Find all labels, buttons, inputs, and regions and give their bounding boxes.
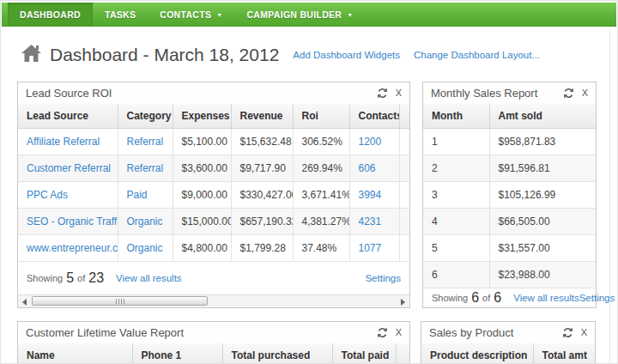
roi-cell: 37.48% [293, 235, 349, 262]
change-dashboard-layout-link[interactable]: Change Dashboard Layout... [414, 50, 540, 60]
nav-tab-tasks[interactable]: TASKS [93, 3, 148, 26]
col-header-expenses[interactable]: Expenses [173, 104, 231, 129]
col-header-month[interactable]: Month [423, 104, 489, 129]
col-header-revenue[interactable]: Revenue [231, 104, 293, 129]
lead-source-link[interactable]: SEO - Organic Traffic [18, 209, 118, 235]
col-header-product-description[interactable]: Product description [421, 343, 533, 364]
category-link[interactable]: Referral [118, 155, 173, 182]
of-label: of [77, 273, 85, 283]
contacts-link[interactable]: 4231 [349, 209, 399, 235]
refresh-icon[interactable] [563, 88, 574, 99]
col-header-category[interactable]: Category [118, 104, 173, 129]
col-header-total-purchased[interactable]: Total purchased [222, 343, 332, 364]
expenses-cell: $9,000.00 [173, 182, 231, 209]
nav-tab-contacts[interactable]: CONTACTS ▼ [148, 3, 234, 26]
lead-source-roi-table: Lead Source Category Expenses Revenue Ro… [18, 104, 409, 262]
table-row: 6 $23,988.00 [423, 262, 596, 288]
of-label: of [482, 293, 490, 303]
col-header-spacer [399, 104, 409, 129]
category-link[interactable]: Referral [118, 129, 173, 155]
table-header-row: Product description Total amt [421, 343, 595, 364]
roi-cell: 4,381.27% [293, 209, 349, 235]
revenue-cell: $657,190.32 [231, 209, 293, 235]
nav-tab-campaign-builder-label: CAMPAIGN BUILDER [246, 9, 342, 20]
spacer-cell [399, 209, 409, 235]
table-header-row: Name Phone 1 Total purchased Total paid [18, 343, 409, 364]
amt-sold-cell: $23,988.00 [489, 262, 596, 288]
nav-tab-campaign-builder[interactable]: CAMPAIGN BUILDER ▼ [234, 3, 365, 26]
contacts-link[interactable]: 1077 [349, 235, 399, 262]
month-cell: 4 [423, 209, 489, 235]
close-icon[interactable]: X [396, 328, 402, 337]
month-cell: 1 [423, 129, 489, 155]
refresh-icon[interactable] [562, 327, 573, 338]
col-header-roi[interactable]: Roi [293, 104, 349, 129]
add-dashboard-widgets-link[interactable]: Add Dashboard Widgets [293, 50, 400, 60]
roi-cell: 3,671.41% [293, 182, 349, 209]
roi-cell: 306.52% [293, 129, 349, 155]
horizontal-scrollbar[interactable] [18, 294, 409, 307]
revenue-cell: $330,427.00 [231, 182, 293, 209]
monthly-sales-title: Monthly Sales Report [431, 87, 555, 100]
roi-cell: 269.94% [293, 155, 349, 182]
table-row: 1 $958,871.83 [423, 129, 596, 155]
lead-source-roi-header: Lead Source ROI X [18, 82, 409, 104]
spacer-cell [399, 182, 409, 209]
refresh-icon[interactable] [377, 88, 388, 99]
revenue-cell: $9,717.90 [231, 155, 293, 182]
chevron-down-icon: ▼ [216, 12, 222, 18]
view-all-results-link[interactable]: View all results [116, 273, 182, 283]
col-header-name[interactable]: Name [18, 343, 132, 364]
customer-lifetime-value-header: Customer Lifetime Value Report X [18, 322, 409, 343]
shown-count: 6 [471, 290, 479, 306]
lead-source-link[interactable]: www.entrepreneur.com [18, 235, 118, 262]
col-header-amt-sold[interactable]: Amt sold [489, 104, 596, 129]
category-link[interactable]: Organic [118, 209, 173, 235]
total-count: 23 [88, 270, 104, 286]
nav-tab-tasks-label: TASKS [105, 9, 136, 20]
contacts-link[interactable]: 3994 [349, 182, 399, 209]
expenses-cell: $4,800.00 [173, 235, 231, 262]
monthly-sales-header: Monthly Sales Report X [423, 82, 596, 104]
col-header-total-amt[interactable]: Total amt [533, 343, 595, 364]
month-cell: 2 [423, 155, 489, 182]
contacts-link[interactable]: 606 [349, 155, 399, 182]
scroll-left-arrow-icon[interactable] [22, 299, 27, 306]
scroll-right-arrow-icon[interactable] [401, 299, 405, 306]
col-header-contacts[interactable]: Contacts [349, 104, 399, 129]
lead-source-link[interactable]: Affiliate Referral [18, 129, 118, 155]
close-icon[interactable]: X [396, 88, 402, 98]
content-right-divider [609, 29, 610, 363]
lead-source-roi-footer: Showing 5 of 23 View all results Setting… [18, 262, 409, 294]
page-header: Dashboard - March 18, 2012 Add Dashboard… [21, 45, 603, 65]
col-header-lead-source[interactable]: Lead Source [18, 104, 118, 129]
customer-lifetime-value-title: Customer Lifetime Value Report [26, 326, 369, 339]
revenue-cell: $15,632.48 [231, 129, 293, 155]
lead-source-link[interactable]: PPC Ads [18, 182, 118, 209]
scrollbar-thumb[interactable] [32, 296, 208, 306]
close-icon[interactable]: X [582, 88, 588, 98]
nav-tab-dashboard-label: DASHBOARD [20, 9, 81, 20]
category-link[interactable]: Paid [118, 182, 173, 209]
spacer-cell [399, 129, 409, 155]
customer-lifetime-value-panel: Customer Lifetime Value Report X Name Ph… [17, 321, 410, 364]
col-header-total-paid[interactable]: Total paid [332, 343, 396, 364]
close-icon[interactable]: X [581, 328, 587, 337]
revenue-cell: $1,799.28 [231, 235, 293, 262]
contacts-link[interactable]: 1200 [349, 129, 399, 155]
lead-source-link[interactable]: Customer Referral [18, 155, 118, 182]
lead-source-roi-panel: Lead Source ROI X Lead Source Category E… [17, 82, 410, 308]
table-row: www.entrepreneur.com Organic $4,800.00 $… [18, 235, 409, 262]
table-row: PPC Ads Paid $9,000.00 $330,427.00 3,671… [18, 182, 409, 209]
col-header-phone-1[interactable]: Phone 1 [132, 343, 222, 364]
category-link[interactable]: Organic [118, 235, 173, 262]
expenses-cell: $15,000.00 [173, 209, 231, 235]
nav-tab-dashboard[interactable]: DASHBOARD [8, 3, 93, 26]
app-window: DASHBOARD TASKS CONTACTS ▼ CAMPAIGN BUIL… [0, 0, 618, 364]
top-navbar: DASHBOARD TASKS CONTACTS ▼ CAMPAIGN BUIL… [2, 3, 616, 27]
refresh-icon[interactable] [377, 327, 388, 338]
view-all-results-link[interactable]: View all results [513, 293, 579, 303]
amt-sold-cell: $91,596.81 [489, 155, 596, 182]
settings-link[interactable]: Settings [365, 273, 401, 283]
scrollbar-grip-icon [116, 299, 124, 304]
